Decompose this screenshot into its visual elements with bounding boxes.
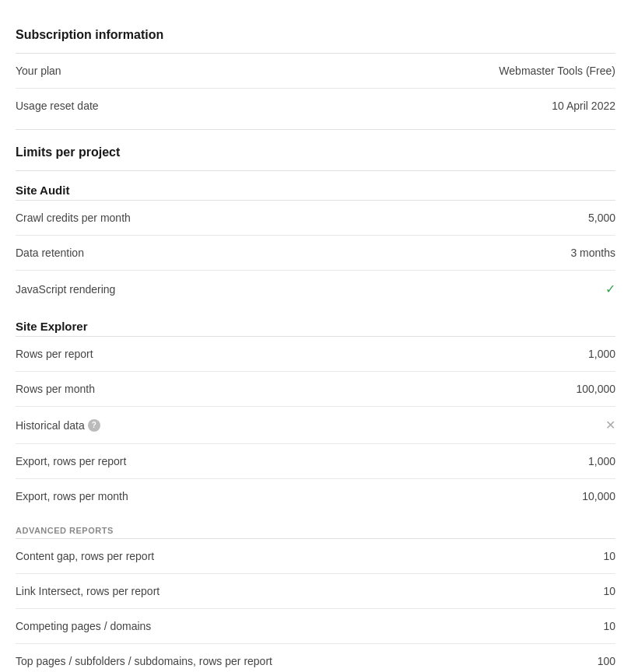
site-audit-title: Site Audit xyxy=(16,171,615,200)
top-pages-row: Top pages / subfolders / subdomains, row… xyxy=(16,644,615,672)
data-retention-value: 3 months xyxy=(570,247,615,259)
export-rows-per-month-label: Export, rows per month xyxy=(16,490,128,502)
limits-section: Limits per project Site Audit Crawl cred… xyxy=(16,136,615,672)
plan-row: Your plan Webmaster Tools (Free) xyxy=(16,54,615,89)
rows-per-month-value: 100,000 xyxy=(576,383,615,395)
historical-data-row: Historical data ? ✕ xyxy=(16,407,615,444)
content-gap-row: Content gap, rows per report 10 xyxy=(16,539,615,574)
page-container: Subscription information Your plan Webma… xyxy=(0,0,631,672)
top-pages-value: 100 xyxy=(598,655,615,667)
subscription-section: Subscription information Your plan Webma… xyxy=(16,19,615,123)
export-rows-per-report-row: Export, rows per report 1,000 xyxy=(16,444,615,479)
advanced-reports-section: ADVANCED REPORTS Content gap, rows per r… xyxy=(16,513,615,672)
historical-data-cross-icon: ✕ xyxy=(605,418,615,432)
crawl-credits-label: Crawl credits per month xyxy=(16,212,131,224)
competing-pages-row: Competing pages / domains 10 xyxy=(16,609,615,644)
rows-per-report-row: Rows per report 1,000 xyxy=(16,337,615,372)
top-pages-label: Top pages / subfolders / subdomains, row… xyxy=(16,655,272,667)
competing-pages-label: Competing pages / domains xyxy=(16,620,151,632)
limits-title: Limits per project xyxy=(16,136,615,170)
rows-per-report-label: Rows per report xyxy=(16,348,93,360)
plan-value: Webmaster Tools (Free) xyxy=(499,65,615,77)
content-gap-label: Content gap, rows per report xyxy=(16,550,154,562)
reset-date-label: Usage reset date xyxy=(16,100,99,112)
historical-data-label: Historical data ? xyxy=(16,419,100,432)
rows-per-month-row: Rows per month 100,000 xyxy=(16,372,615,407)
reset-date-value: 10 April 2022 xyxy=(552,100,615,112)
reset-date-row: Usage reset date 10 April 2022 xyxy=(16,89,615,123)
site-audit-section: Site Audit Crawl credits per month 5,000… xyxy=(16,171,615,307)
rows-per-month-label: Rows per month xyxy=(16,383,95,395)
site-explorer-title: Site Explorer xyxy=(16,307,615,336)
subscription-title: Subscription information xyxy=(16,19,615,53)
data-retention-row: Data retention 3 months xyxy=(16,236,615,271)
link-intersect-label: Link Intersect, rows per report xyxy=(16,585,160,597)
js-rendering-label: JavaScript rendering xyxy=(16,283,115,296)
export-rows-per-month-row: Export, rows per month 10,000 xyxy=(16,479,615,513)
advanced-reports-title: ADVANCED REPORTS xyxy=(16,513,615,538)
crawl-credits-value: 5,000 xyxy=(588,212,615,224)
export-rows-per-report-label: Export, rows per report xyxy=(16,455,126,467)
plan-label: Your plan xyxy=(16,65,61,77)
rows-per-report-value: 1,000 xyxy=(588,348,615,360)
export-rows-per-report-value: 1,000 xyxy=(588,455,615,467)
site-explorer-section: Site Explorer Rows per report 1,000 Rows… xyxy=(16,307,615,513)
link-intersect-row: Link Intersect, rows per report 10 xyxy=(16,574,615,609)
divider-2 xyxy=(16,129,615,130)
historical-data-help-icon[interactable]: ? xyxy=(88,419,100,432)
js-rendering-row: JavaScript rendering ✓ xyxy=(16,271,615,307)
competing-pages-value: 10 xyxy=(603,620,615,632)
crawl-credits-row: Crawl credits per month 5,000 xyxy=(16,201,615,236)
content-gap-value: 10 xyxy=(603,550,615,562)
link-intersect-value: 10 xyxy=(603,585,615,597)
data-retention-label: Data retention xyxy=(16,247,84,259)
js-rendering-check-icon: ✓ xyxy=(605,282,615,296)
export-rows-per-month-value: 10,000 xyxy=(582,490,615,502)
